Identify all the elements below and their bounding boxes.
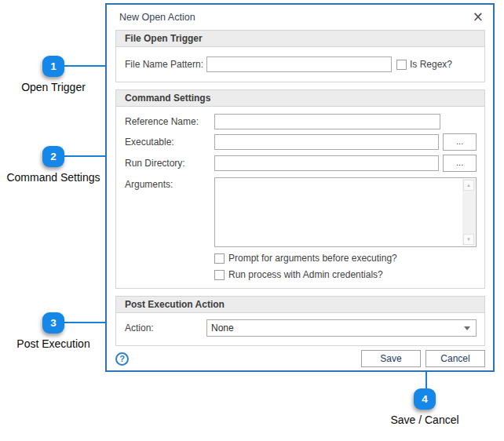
reference-name-label: Reference Name:: [125, 116, 214, 127]
scroll-up-icon[interactable]: ▲: [463, 180, 474, 191]
arguments-textarea[interactable]: ▲ ▼: [214, 177, 477, 247]
file-name-pattern-input[interactable]: [206, 56, 392, 72]
callout-1-badge: 1: [42, 56, 64, 77]
executable-browse-button[interactable]: ...: [443, 133, 477, 151]
action-label: Action:: [125, 323, 206, 333]
action-dropdown[interactable]: None: [206, 319, 477, 337]
executable-label: Executable:: [125, 137, 214, 148]
action-dropdown-value: None: [211, 323, 234, 333]
group-command-settings: Command Settings Reference Name: Executa…: [115, 89, 485, 289]
callout-2-label: Command Settings: [0, 172, 107, 184]
callout-3-badge: 3: [42, 312, 64, 333]
arguments-label: Arguments:: [125, 177, 214, 190]
callout-1: 1 Open Trigger: [0, 56, 107, 93]
callout-4-label: Save / Cancel: [371, 414, 478, 426]
callout-2: 2 Command Settings: [0, 146, 107, 184]
group-file-open-trigger-header: File Open Trigger: [116, 31, 484, 47]
chevron-down-icon: [464, 326, 470, 330]
dialog-footer: ? Save Cancel: [115, 350, 485, 367]
reference-name-input[interactable]: [214, 114, 440, 129]
group-post-execution-header: Post Execution Action: [116, 297, 484, 313]
admin-credentials-checkbox[interactable]: [214, 270, 225, 280]
dialog-title: New Open Action: [119, 12, 195, 23]
callout-2-badge: 2: [42, 146, 64, 167]
cancel-button[interactable]: Cancel: [425, 350, 485, 367]
run-directory-label: Run Directory:: [125, 158, 214, 169]
new-open-action-dialog: New Open Action × File Open Trigger File…: [105, 3, 495, 372]
is-regex-label: Is Regex?: [410, 59, 452, 70]
executable-input[interactable]: [214, 134, 439, 150]
callout-1-label: Open Trigger: [0, 82, 107, 93]
callout-4: 4 Save / Cancel: [371, 388, 478, 426]
is-regex-checkbox[interactable]: [396, 60, 407, 70]
callout-4-badge: 4: [414, 388, 436, 410]
file-name-pattern-label: File Name Pattern:: [125, 59, 206, 70]
close-icon[interactable]: ×: [473, 10, 484, 24]
group-file-open-trigger: File Open Trigger File Name Pattern: Is …: [115, 30, 485, 82]
run-directory-browse-button[interactable]: ...: [443, 155, 477, 172]
dialog-title-bar: New Open Action ×: [107, 5, 493, 30]
save-button[interactable]: Save: [361, 350, 421, 367]
callout-3-label: Post Execution: [0, 338, 107, 350]
callout-3: 3 Post Execution: [0, 312, 107, 350]
arguments-scrollbar[interactable]: ▲ ▼: [462, 179, 475, 246]
scroll-down-icon[interactable]: ▼: [463, 234, 474, 245]
group-command-settings-header: Command Settings: [116, 90, 484, 107]
run-directory-input[interactable]: [214, 155, 439, 171]
group-post-execution: Post Execution Action Action: None: [115, 296, 485, 346]
callout-line-4: [425, 372, 427, 388]
prompt-arguments-checkbox[interactable]: [214, 253, 225, 264]
prompt-arguments-label: Prompt for arguments before executing?: [228, 253, 397, 264]
help-icon[interactable]: ?: [115, 352, 129, 366]
annotated-screenshot: 1 Open Trigger 2 Command Settings 3 Post…: [0, 0, 504, 441]
admin-credentials-label: Run process with Admin credentials?: [228, 269, 383, 280]
